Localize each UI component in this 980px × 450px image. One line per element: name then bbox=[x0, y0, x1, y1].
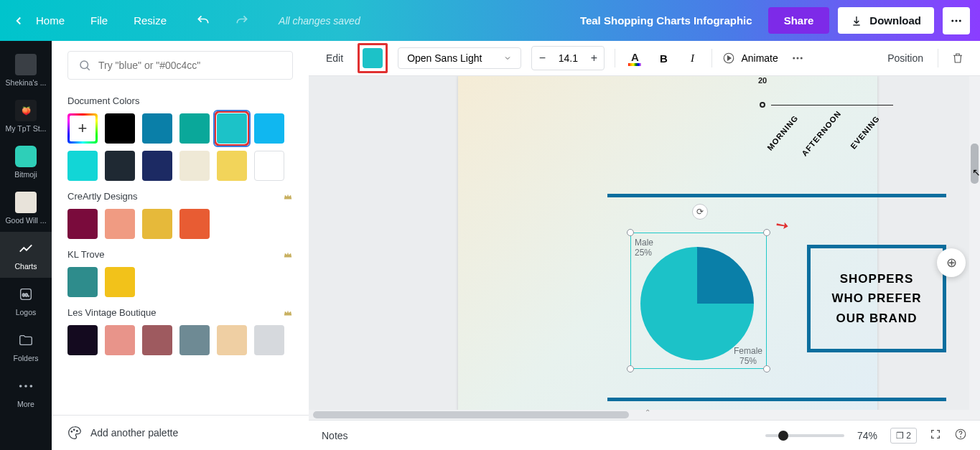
crown-icon bbox=[283, 250, 293, 260]
axis-tick-20: 20 bbox=[758, 76, 767, 85]
zoom-value[interactable]: 74% bbox=[857, 430, 877, 441]
svg-point-6 bbox=[24, 385, 27, 388]
pie-chart[interactable] bbox=[640, 247, 754, 360]
color-swatch[interactable] bbox=[254, 113, 284, 144]
color-swatch[interactable] bbox=[105, 325, 135, 355]
fullscreen-button[interactable] bbox=[930, 428, 941, 442]
color-swatch[interactable] bbox=[142, 113, 172, 144]
sidebar-item-app1[interactable]: Shekina's ... bbox=[0, 48, 52, 94]
add-palette-button[interactable]: Add another palette bbox=[52, 415, 309, 450]
h-scrollbar[interactable]: ⌃ bbox=[309, 410, 980, 420]
svg-text:co.: co. bbox=[22, 291, 29, 298]
chevron-down-icon bbox=[503, 54, 512, 62]
help-button[interactable] bbox=[954, 428, 967, 443]
notes-button[interactable]: Notes bbox=[322, 430, 348, 441]
position-button[interactable]: Position bbox=[883, 50, 928, 67]
color-swatch[interactable] bbox=[217, 325, 247, 355]
color-search[interactable] bbox=[67, 51, 293, 80]
more-toolbar-button[interactable] bbox=[788, 49, 807, 67]
svg-point-0 bbox=[951, 19, 953, 22]
sidebar-item-app4[interactable]: Good Will ... bbox=[0, 186, 52, 232]
undo-button[interactable] bbox=[192, 10, 214, 32]
download-button[interactable]: Download bbox=[838, 7, 934, 34]
section-doc-colors: Document Colors bbox=[67, 95, 139, 106]
color-swatch[interactable] bbox=[105, 151, 135, 181]
color-swatch[interactable] bbox=[217, 113, 247, 144]
home-link[interactable]: Home bbox=[36, 14, 65, 27]
pie-label-male: Male25% bbox=[635, 238, 653, 258]
color-swatch[interactable] bbox=[67, 267, 98, 297]
sidebar-item-bitmoji[interactable]: Bitmoji bbox=[0, 140, 52, 186]
resize-menu[interactable]: Resize bbox=[134, 14, 167, 27]
axis-cat-afternoon: AFTERNOON bbox=[800, 109, 843, 158]
svg-line-9 bbox=[87, 67, 90, 70]
sel-handle-tl[interactable] bbox=[627, 229, 634, 236]
color-swatch[interactable] bbox=[105, 267, 135, 297]
sidebar-item-charts[interactable]: Charts bbox=[0, 232, 52, 278]
svg-point-8 bbox=[80, 61, 88, 69]
publish-menu-button[interactable] bbox=[943, 7, 970, 34]
chart-color-highlight bbox=[358, 43, 388, 73]
sidebar-item-folders[interactable]: Folders bbox=[0, 324, 52, 370]
color-swatch[interactable] bbox=[142, 209, 172, 239]
color-swatch[interactable] bbox=[67, 209, 98, 239]
redo-button[interactable] bbox=[231, 10, 253, 32]
axis-line bbox=[771, 105, 893, 106]
back-button[interactable] bbox=[10, 12, 27, 29]
divider-1[interactable] bbox=[607, 194, 946, 197]
rotate-handle[interactable]: ⟳ bbox=[692, 204, 708, 220]
sel-handle-br[interactable] bbox=[763, 365, 770, 372]
edit-chart-button[interactable]: Edit bbox=[322, 50, 347, 67]
sidebar-item-more[interactable]: More bbox=[0, 370, 52, 416]
divider-2[interactable] bbox=[607, 398, 946, 401]
color-swatch[interactable] bbox=[67, 325, 98, 355]
delete-button[interactable] bbox=[948, 49, 967, 67]
color-swatch[interactable] bbox=[67, 151, 98, 181]
sidebar-item-logos[interactable]: co.Logos bbox=[0, 278, 52, 324]
sel-handle-bl[interactable] bbox=[627, 365, 634, 372]
color-swatch[interactable] bbox=[179, 113, 210, 144]
color-swatch[interactable] bbox=[179, 325, 210, 355]
design-page[interactable]: 20 MORNING AFTERNOON EVENING ⟳ ➘ Male25%… bbox=[458, 76, 877, 413]
svg-point-18 bbox=[961, 436, 961, 437]
add-page-button[interactable]: ⊕ bbox=[937, 248, 966, 277]
axis-origin-dot bbox=[760, 102, 765, 108]
document-title[interactable]: Teal Shopping Charts Infographic bbox=[580, 14, 752, 27]
page-indicator[interactable]: ❐ 2 bbox=[890, 428, 917, 444]
chart-color-swatch[interactable] bbox=[363, 48, 383, 68]
font-size-decrease[interactable]: − bbox=[532, 47, 552, 70]
color-swatch[interactable] bbox=[217, 151, 247, 181]
color-swatch[interactable] bbox=[254, 325, 284, 355]
info-box[interactable]: SHOPPERS WHO PREFER OUR BRAND bbox=[807, 245, 946, 352]
svg-point-12 bbox=[77, 431, 78, 432]
sidebar-item-app2[interactable]: 🍑My TpT St... bbox=[0, 94, 52, 140]
color-swatch[interactable] bbox=[105, 113, 135, 144]
font-select[interactable]: Open Sans Light bbox=[398, 47, 521, 69]
color-search-input[interactable] bbox=[98, 60, 282, 71]
italic-button[interactable]: I bbox=[683, 49, 701, 67]
sel-handle-tr[interactable] bbox=[763, 229, 770, 236]
bold-button[interactable]: B bbox=[654, 49, 673, 67]
svg-point-7 bbox=[30, 385, 33, 388]
section-les: Les Vintage Boutique bbox=[67, 307, 156, 318]
save-status: All changes saved bbox=[279, 15, 360, 27]
color-swatch[interactable] bbox=[105, 209, 135, 239]
font-size-input[interactable] bbox=[552, 52, 584, 64]
color-swatch[interactable] bbox=[179, 151, 210, 181]
crown-icon bbox=[283, 192, 293, 202]
text-color-button[interactable]: A bbox=[625, 49, 644, 67]
animate-icon bbox=[722, 52, 735, 65]
color-swatch[interactable] bbox=[254, 151, 284, 181]
canvas[interactable]: 20 MORNING AFTERNOON EVENING ⟳ ➘ Male25%… bbox=[309, 76, 980, 420]
color-swatch[interactable] bbox=[142, 325, 172, 355]
file-menu[interactable]: File bbox=[90, 14, 108, 27]
zoom-slider[interactable] bbox=[765, 434, 844, 437]
pie-label-female: Female75% bbox=[734, 346, 762, 367]
animate-button[interactable]: Animate bbox=[722, 52, 778, 65]
color-swatch[interactable] bbox=[142, 151, 172, 181]
font-size-increase[interactable]: + bbox=[584, 47, 604, 70]
share-button[interactable]: Share bbox=[768, 7, 830, 34]
color-swatch[interactable] bbox=[179, 209, 210, 239]
add-color-button[interactable]: + bbox=[67, 113, 98, 144]
v-scrollbar[interactable] bbox=[969, 76, 980, 420]
